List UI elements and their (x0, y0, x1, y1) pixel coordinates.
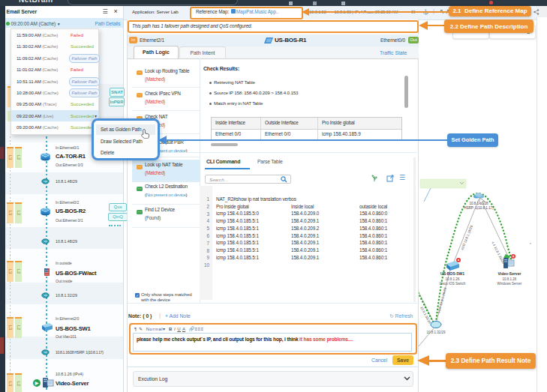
svg-text:HSRP: 1(10.8.1.17): HSRP: 1(10.8.1.17) (464, 206, 494, 210)
svg-text:Video-Server: Video-Server (498, 271, 521, 276)
svg-text:10.8.1.16/28: 10.8.1.16/28 (469, 202, 488, 205)
svg-text:10.8.1.26: 10.8.1.26 (446, 277, 460, 281)
svg-text:Cisco IOS Switch: Cisco IOS Switch (440, 282, 466, 286)
svg-text:4.4 10.8.1.26/28: 4.4 10.8.1.26/28 (491, 241, 505, 265)
svg-text:US-BOS-SW1: US-BOS-SW1 (440, 271, 464, 276)
svg-text:10.8.1.32/29: 10.8.1.32/29 (426, 331, 446, 334)
svg-text:Windows Server: Windows Server (497, 282, 522, 286)
svg-text:10.8.1.26: 10.8.1.26 (503, 277, 517, 281)
